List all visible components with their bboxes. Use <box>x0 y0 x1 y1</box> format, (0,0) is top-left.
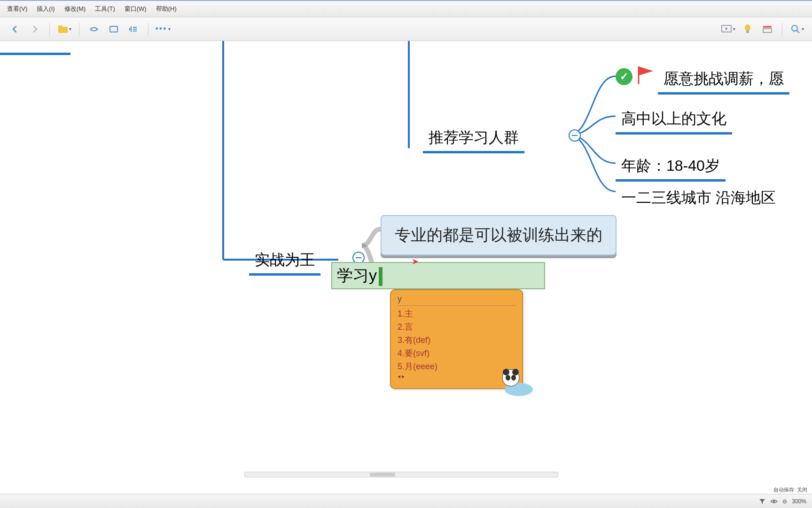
ime-input: y <box>398 294 515 306</box>
check-icon: ✓ <box>616 68 632 85</box>
ime-candidate-box[interactable]: y 1.主 2.言 3.有(def) 4.要(svf) 5.月(eeee) ◂ … <box>390 289 523 389</box>
undo-button[interactable] <box>7 21 23 37</box>
autosave-status: 自动保存: 关闭 <box>773 486 807 493</box>
svg-point-15 <box>503 369 509 375</box>
flag-icon <box>637 65 654 85</box>
redo-button[interactable] <box>27 21 43 37</box>
ime-mascot-icon <box>493 364 535 397</box>
menu-view[interactable]: 查看(V) <box>2 3 32 15</box>
node-culture[interactable]: 高中以上的文化 <box>616 107 732 135</box>
cursor-pointer: ➤ <box>412 256 419 267</box>
tool-icon-1[interactable] <box>86 21 102 37</box>
mindmap-canvas[interactable]: 推荐学习人群 ✓ 愿意挑战调薪，愿 高中以上的文化 年龄：18-40岁 一二三线… <box>0 41 812 494</box>
node-recommend[interactable]: 推荐学习人群 <box>423 126 524 153</box>
svg-point-18 <box>511 375 516 381</box>
node-challenge[interactable]: 愿意挑战调薪，愿 <box>658 67 789 95</box>
svg-point-17 <box>506 375 510 381</box>
svg-point-4 <box>745 24 750 31</box>
eye-icon[interactable] <box>770 499 778 504</box>
ime-item-4[interactable]: 4.要(svf) <box>398 347 515 360</box>
svg-point-8 <box>792 25 797 31</box>
filter-icon[interactable] <box>759 498 765 505</box>
svg-point-19 <box>773 500 775 502</box>
node-editing[interactable]: 学习y <box>331 262 545 289</box>
node-city[interactable]: 一二三线城市 沿海地区 <box>616 186 781 211</box>
svg-line-9 <box>797 31 799 33</box>
node-stub-top <box>0 41 70 55</box>
folder-button[interactable]: ▾ <box>56 21 72 37</box>
zoom-level[interactable]: 300% <box>792 498 806 505</box>
tool-icon-2[interactable] <box>106 21 122 37</box>
toolbar: ▾ •••▾ ▾ ▾ <box>0 17 812 41</box>
menubar: 查看(V) 插入(I) 修改(M) 工具(T) 窗口(W) 帮助(H) <box>0 0 812 17</box>
present-button[interactable]: ▾ <box>720 21 736 37</box>
svg-rect-2 <box>110 26 117 32</box>
ime-item-2[interactable]: 2.言 <box>398 320 515 333</box>
svg-rect-6 <box>763 26 772 28</box>
menu-window[interactable]: 窗口(W) <box>120 3 151 15</box>
statusbar: ⊖ 300% 自动保存: 关闭 <box>0 494 812 508</box>
menu-help[interactable]: 帮助(H) <box>151 3 181 15</box>
more-button[interactable]: •••▾ <box>155 21 171 37</box>
menu-insert[interactable]: 插入(I) <box>32 3 59 15</box>
zoom-out-icon[interactable]: ⊖ <box>782 498 787 505</box>
menu-tools[interactable]: 工具(T) <box>90 3 120 15</box>
node-age[interactable]: 年龄：18-40岁 <box>616 154 726 182</box>
node-editing-text: 学习y <box>337 266 377 284</box>
svg-rect-5 <box>746 31 749 33</box>
collapse-button[interactable] <box>569 129 581 142</box>
svg-rect-1 <box>58 25 62 28</box>
horizontal-scrollbar[interactable] <box>244 472 558 477</box>
search-icon[interactable]: ▾ <box>789 21 805 37</box>
node-practice[interactable]: 实战为王 <box>249 248 320 276</box>
layout-icon[interactable] <box>759 21 775 37</box>
svg-point-16 <box>512 369 519 375</box>
tool-icon-3[interactable] <box>125 21 141 37</box>
ime-item-1[interactable]: 1.主 <box>398 307 515 320</box>
node-pro-selected[interactable]: 专业的都是可以被训练出来的 <box>381 215 617 255</box>
svg-rect-7 <box>763 29 772 32</box>
lightbulb-icon[interactable] <box>740 21 756 37</box>
ime-item-3[interactable]: 3.有(def) <box>398 333 515 347</box>
menu-modify[interactable]: 修改(M) <box>60 3 91 15</box>
